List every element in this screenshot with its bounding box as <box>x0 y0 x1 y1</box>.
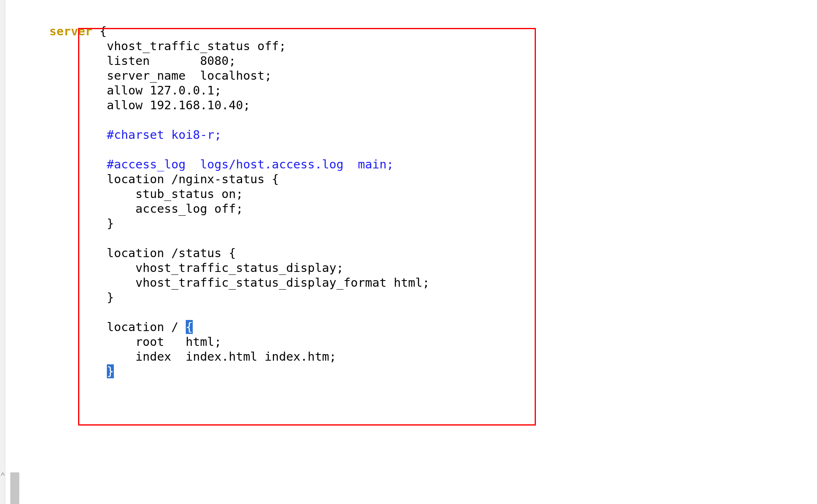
code-line: server_name localhost; <box>49 69 272 83</box>
code-line: vhost_traffic_status_display_format html… <box>49 276 429 290</box>
editor-viewport: ^ server { vhost_traffic_status off; lis… <box>0 0 817 504</box>
code-line: allow 127.0.0.1; <box>49 83 222 97</box>
code-comment-line: #access_log logs/host.access.log main; <box>49 157 394 171</box>
gutter-caret-mark: ^ <box>1 468 5 483</box>
brace-open: { <box>92 24 107 38</box>
code-line: server { <box>49 24 107 38</box>
vertical-scrollbar-thumb[interactable] <box>10 472 19 504</box>
cursor-on-brace: } <box>107 364 114 378</box>
code-line: } <box>49 290 114 304</box>
code-line: access_log off; <box>49 202 243 216</box>
code-line: location /status { <box>49 246 236 260</box>
code-line: } <box>49 364 114 378</box>
code-line: vhost_traffic_status off; <box>49 39 286 53</box>
code-line: index index.html index.htm; <box>49 350 336 364</box>
code-line: location /nginx-status { <box>49 172 279 186</box>
line-number-gutter <box>0 0 5 504</box>
code-line: stub_status on; <box>49 187 243 201</box>
keyword-server: server <box>49 24 92 38</box>
code-line: location / { <box>49 320 193 334</box>
code-text <box>49 364 107 378</box>
code-line: root html; <box>49 335 222 349</box>
code-line: vhost_traffic_status_display; <box>49 261 344 275</box>
code-area[interactable]: server { vhost_traffic_status off; liste… <box>49 9 429 379</box>
brace-match-highlight: { <box>186 320 193 334</box>
code-text: location / <box>49 320 186 334</box>
code-line: } <box>49 216 114 230</box>
code-comment-line: #charset koi8-r; <box>49 128 222 142</box>
code-line: listen 8080; <box>49 54 236 68</box>
code-line: allow 192.168.10.40; <box>49 98 250 112</box>
